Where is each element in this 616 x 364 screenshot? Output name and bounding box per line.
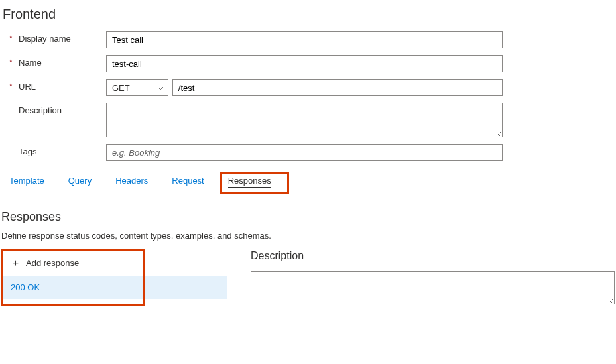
tab-headers[interactable]: Headers (115, 176, 148, 188)
name-input[interactable] (106, 55, 503, 72)
responses-list: ＋ Add response 200 OK (1, 250, 227, 306)
tab-request[interactable]: Request (172, 176, 204, 188)
display-name-input[interactable] (106, 31, 503, 48)
label-display-name: Display name (19, 34, 71, 44)
response-detail: Description (251, 250, 615, 306)
label-description: Description (19, 105, 62, 115)
label-name: Name (19, 58, 42, 68)
field-description: Description (1, 103, 615, 137)
page-title: Frontend (3, 7, 615, 22)
description-textarea[interactable] (106, 103, 503, 137)
responses-layout: ＋ Add response 200 OK Description (1, 250, 615, 306)
label-url: URL (19, 82, 36, 91)
tab-query[interactable]: Query (68, 176, 92, 188)
http-method-value: GET (112, 83, 130, 93)
field-display-name: * Display name (1, 31, 615, 48)
field-url: * URL GET (1, 79, 615, 96)
tab-template[interactable]: Template (9, 176, 44, 188)
http-method-select[interactable]: GET (106, 79, 168, 96)
tab-responses[interactable]: Responses (228, 176, 271, 188)
field-tags: Tags (1, 144, 615, 161)
field-name: * Name (1, 55, 615, 72)
plus-icon: ＋ (11, 257, 21, 269)
required-asterisk: * (9, 34, 15, 43)
required-asterisk: * (9, 82, 15, 91)
required-asterisk: * (9, 58, 15, 67)
responses-title: Responses (1, 210, 615, 224)
response-item-200[interactable]: 200 OK (1, 276, 227, 299)
tags-input[interactable] (106, 144, 503, 161)
add-response-button[interactable]: ＋ Add response (1, 250, 227, 276)
responses-description: Define response status codes, content ty… (1, 231, 615, 241)
url-path-input[interactable] (172, 79, 503, 96)
label-tags: Tags (19, 147, 36, 156)
chevron-down-icon (157, 84, 164, 91)
response-description-label: Description (251, 250, 615, 262)
response-description-textarea[interactable] (251, 271, 615, 304)
tabs: Template Query Headers Request Responses (1, 176, 615, 194)
add-response-label: Add response (26, 258, 79, 268)
